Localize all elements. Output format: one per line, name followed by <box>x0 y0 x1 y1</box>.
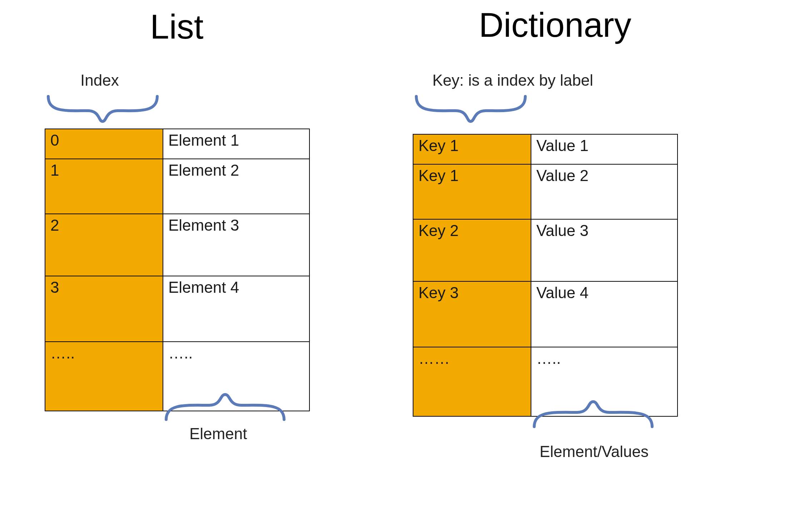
table-row: Key 2 Value 3 <box>413 219 678 281</box>
table-row: Key 1 Value 1 <box>413 134 678 164</box>
value-label: Element/Values <box>540 443 649 461</box>
curly-brace-icon <box>163 393 288 423</box>
index-label: Index <box>80 71 119 89</box>
table-row: 1 Element 2 <box>45 159 309 214</box>
list-table: 0 Element 1 1 Element 2 2 Element 3 3 El… <box>45 129 310 411</box>
table-row: Key 1 Value 2 <box>413 164 678 219</box>
list-index-cell: ….. <box>45 342 163 411</box>
table-row: 2 Element 3 <box>45 214 309 276</box>
list-value-cell: Element 2 <box>163 159 309 214</box>
curly-brace-icon <box>45 93 161 123</box>
dict-key-cell: Key 1 <box>413 164 531 219</box>
table-row: 3 Element 4 <box>45 276 309 342</box>
element-label: Element <box>189 425 247 443</box>
key-label: Key: is a index by label <box>432 71 593 89</box>
table-row: Key 3 Value 4 <box>413 281 678 347</box>
dict-key-cell: Key 2 <box>413 219 531 281</box>
dict-key-cell: …… <box>413 347 531 416</box>
dict-value-cell: Value 1 <box>531 134 678 164</box>
list-value-cell: Element 3 <box>163 214 309 276</box>
list-index-cell: 2 <box>45 214 163 276</box>
dict-key-cell: Key 3 <box>413 281 531 347</box>
list-index-cell: 1 <box>45 159 163 214</box>
list-index-cell: 3 <box>45 276 163 342</box>
dict-key-cell: Key 1 <box>413 134 531 164</box>
table-row: 0 Element 1 <box>45 129 309 159</box>
dict-table: Key 1 Value 1 Key 1 Value 2 Key 2 Value … <box>413 134 678 417</box>
dict-value-cell: Value 3 <box>531 219 678 281</box>
list-index-cell: 0 <box>45 129 163 159</box>
list-title: List <box>150 7 203 46</box>
dict-value-cell: Value 4 <box>531 281 678 347</box>
dict-value-cell: Value 2 <box>531 164 678 219</box>
list-value-cell: Element 1 <box>163 129 309 159</box>
curly-brace-icon <box>531 400 656 430</box>
list-value-cell: Element 4 <box>163 276 309 342</box>
dictionary-title: Dictionary <box>479 5 631 45</box>
curly-brace-icon <box>413 93 529 123</box>
